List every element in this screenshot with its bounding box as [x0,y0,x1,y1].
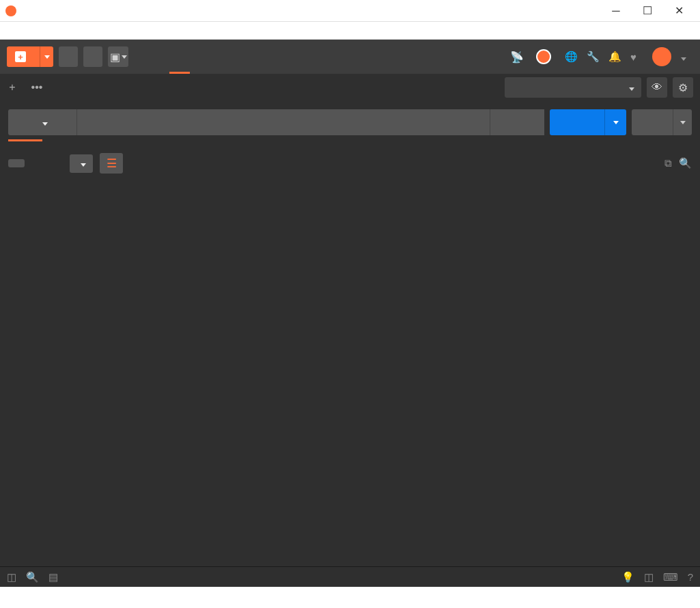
menu-file[interactable] [4,29,15,33]
menu-collection[interactable] [37,29,48,33]
two-pane-button[interactable]: ◫ [644,571,654,583]
send-dropdown-button[interactable] [604,109,626,135]
copy-response-button[interactable]: ⧉ [664,157,672,169]
menu-history[interactable] [48,29,59,33]
window-options-button[interactable]: ▣ [108,46,128,67]
sync-icon [536,49,551,64]
maximize-button[interactable]: ☐ [632,0,663,22]
main-toolbar: + ▣ 📡 🌐 🔧 🔔 ♥ [0,40,700,74]
console-button[interactable]: ▤ [48,571,58,583]
bell-icon[interactable]: 🔔 [608,51,621,63]
tab-overflow-button[interactable]: ••• [25,74,49,101]
capture-icon[interactable]: 📡 [510,51,524,64]
bootcamp-button[interactable]: 💡 [621,571,634,583]
save-button[interactable] [632,109,673,135]
view-tab-preview[interactable] [44,159,60,167]
window-titlebar: ─ ☐ ✕ [0,0,700,22]
send-button[interactable] [550,109,604,135]
user-avatar[interactable] [652,47,671,66]
chevron-down-icon [81,158,86,169]
user-dropdown[interactable] [681,51,693,63]
params-button[interactable] [490,109,544,135]
new-tab-button[interactable]: + [0,74,25,101]
import-button[interactable] [59,46,78,67]
settings-gear-button[interactable]: ⚙ [673,77,693,98]
view-tab-pretty[interactable] [8,159,25,167]
wrap-lines-button[interactable]: ☰ [100,153,123,174]
chevron-down-icon [42,118,48,128]
request-tabstrip: + ••• 👁 ⚙ [0,74,700,101]
url-input[interactable] [76,109,490,135]
new-dropdown-button[interactable] [40,46,53,67]
sidebar-toggle-button[interactable]: ◫ [7,571,16,583]
menu-help[interactable] [59,29,70,33]
response-body[interactable] [0,177,700,566]
environment-select[interactable] [505,77,641,98]
minimize-button[interactable]: ─ [600,0,632,22]
environment-quicklook-button[interactable]: 👁 [647,77,667,98]
format-select[interactable] [70,154,93,173]
menu-bar [0,22,700,40]
heart-icon[interactable]: ♥ [630,51,643,63]
nav-tab-builder[interactable] [169,44,190,74]
nav-tab-team-library[interactable] [190,44,210,74]
search-response-button[interactable]: 🔍 [679,157,692,169]
close-button[interactable]: ✕ [663,0,695,22]
plus-icon: + [15,51,26,62]
wrench-icon[interactable]: 🔧 [587,51,599,63]
menu-edit[interactable] [15,29,26,33]
active-indicator [8,139,42,141]
chevron-down-icon [629,83,634,93]
sync-status[interactable] [536,49,555,64]
menu-view[interactable] [26,29,37,33]
new-button-group: + [7,46,53,67]
save-dropdown-button[interactable] [673,109,692,135]
find-button[interactable]: 🔍 [26,571,39,583]
status-bar: ◫ 🔍 ▤ 💡 ◫ ⌨ ? [0,566,700,587]
runner-button[interactable] [83,46,102,67]
globe-icon[interactable]: 🌐 [565,51,577,63]
http-method-select[interactable] [8,109,76,135]
request-section [0,101,700,150]
response-view-tabs: ☰ ⧉ 🔍 [0,150,700,177]
help-button[interactable]: ? [688,571,693,583]
view-tab-raw[interactable] [26,159,42,167]
new-button[interactable]: + [7,46,40,67]
postman-logo-icon [5,5,16,16]
keyboard-shortcuts-button[interactable]: ⌨ [663,571,678,583]
